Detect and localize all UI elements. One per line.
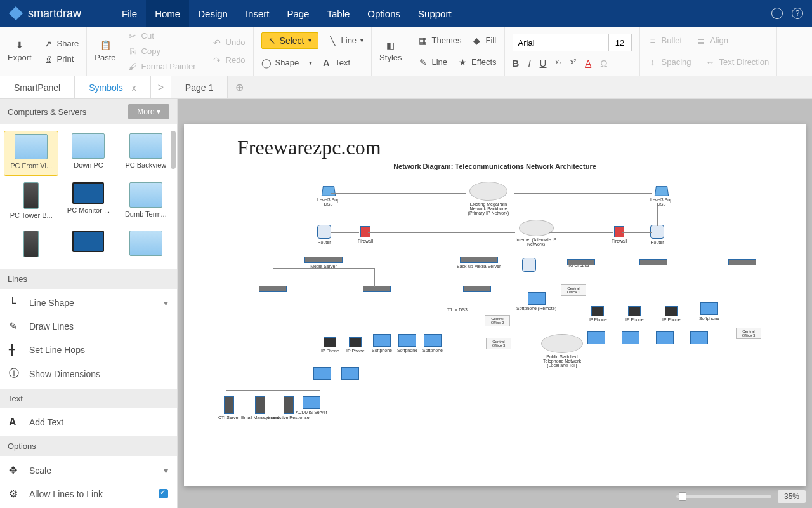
checkbox-checked-icon[interactable]	[159, 489, 168, 498]
more-symbols-button[interactable]: More ▾	[128, 104, 169, 119]
symbols-tab[interactable]: Symbolsx	[75, 76, 151, 98]
node-internet[interactable]: Internet (Alternate IP Network)	[514, 220, 558, 246]
node-cti[interactable]: CTI Server	[218, 396, 240, 420]
node-ipphone[interactable]: IP Phone	[662, 306, 681, 322]
symbol-pc-backview[interactable]: PC Backview	[119, 131, 173, 176]
underline-button[interactable]: U	[540, 58, 547, 69]
node-softphone[interactable]: Softphone	[397, 334, 417, 352]
node-softphone-remote[interactable]: Softphone (Remote)	[516, 292, 556, 311]
node-softphone[interactable]	[622, 331, 639, 345]
menu-table[interactable]: Table	[318, 0, 358, 27]
show-dimensions-item[interactable]: ⓘShow Dimensions	[0, 361, 177, 386]
node-l3pop-right[interactable]: Level3 PopDS3	[650, 185, 672, 206]
node-pstn[interactable]: Public Switched Telephone Network (Local…	[537, 334, 587, 368]
zoom-handle[interactable]	[679, 492, 686, 501]
node-l3pop-left[interactable]: Level3 PopDS3	[317, 185, 339, 206]
node-softphone[interactable]	[313, 367, 331, 381]
menu-support[interactable]: Support	[409, 0, 461, 27]
bullet-button[interactable]: ≡Bullet	[648, 33, 683, 48]
node-softphone[interactable]: Softphone	[422, 334, 443, 352]
font-size-input[interactable]	[608, 34, 631, 51]
node-softphone[interactable]: Softphone	[372, 334, 392, 352]
node-switch[interactable]	[567, 259, 595, 267]
symbol-dumb-term[interactable]: Dumb Term...	[119, 180, 173, 225]
node-switch[interactable]	[639, 259, 667, 267]
export-button[interactable]: ⬇Export	[8, 40, 32, 62]
canvas-paper[interactable]: Freewarezpc.com Network Diagram: Telecom…	[184, 124, 806, 486]
node-acdmis[interactable]: ACDMIS Server	[296, 396, 327, 415]
draw-lines-item[interactable]: ✎Draw Lines	[0, 314, 177, 338]
themes-button[interactable]: ▦Themes	[418, 33, 462, 48]
shape-tool[interactable]: ◯Shape▾	[261, 55, 313, 70]
zoom-value[interactable]: 35%	[778, 490, 806, 503]
print-button[interactable]: 🖨Print	[43, 51, 79, 67]
node-ipphone[interactable]: IP Phone	[589, 306, 607, 322]
symbol-pc-monitor[interactable]: PC Monitor ...	[61, 180, 115, 225]
paste-button[interactable]: 📋Paste	[95, 40, 115, 62]
node-switch[interactable]	[363, 286, 391, 293]
symbol-item[interactable]	[119, 228, 173, 263]
node-router-right[interactable]: Router	[650, 225, 664, 244]
text-direction-button[interactable]: ↔Text Direction	[705, 55, 769, 70]
italic-button[interactable]: I	[528, 58, 530, 69]
line-shape-item[interactable]: └Line Shape▾	[0, 291, 177, 314]
effects-button[interactable]: ★Effects	[457, 55, 497, 70]
node-firewall-left[interactable]: Firewall	[358, 226, 373, 243]
cut-button[interactable]: ✂Cut	[128, 29, 196, 44]
node-media-server[interactable]: Media Server	[304, 257, 343, 269]
close-icon[interactable]: x	[132, 83, 136, 93]
node-backup-media[interactable]: Back-up Media Server	[457, 257, 501, 269]
line-style-button[interactable]: ✎Line	[418, 55, 448, 70]
node-switch[interactable]	[728, 259, 756, 267]
menu-home[interactable]: Home	[146, 0, 189, 27]
node-softphone[interactable]	[341, 367, 359, 381]
node-co3[interactable]: Central Office 3	[486, 338, 511, 351]
menu-page[interactable]: Page	[278, 0, 318, 27]
menu-design[interactable]: Design	[189, 0, 237, 27]
node-backbone[interactable]: Existing MegaPath Network Backbone (Prim…	[463, 182, 514, 215]
superscript-button[interactable]: x²	[570, 58, 576, 69]
symbol-item[interactable]	[61, 228, 115, 263]
subscript-button[interactable]: x₂	[555, 58, 561, 69]
scrollbar-thumb[interactable]	[171, 131, 176, 169]
line-hops-item[interactable]: ╂Set Line Hops	[0, 338, 177, 361]
node-softphone[interactable]	[690, 331, 708, 345]
node-co1[interactable]: Central Office 1	[561, 284, 586, 297]
menu-file[interactable]: File	[113, 0, 146, 27]
bold-button[interactable]: B	[513, 58, 520, 69]
node-softphone[interactable]	[656, 331, 674, 345]
node-softphone[interactable]: Softphone	[699, 302, 719, 321]
node-router-left[interactable]: Router	[317, 225, 331, 244]
smartpanel-tab[interactable]: SmartPanel	[0, 76, 75, 98]
add-text-item[interactable]: AAdd Text	[0, 411, 177, 434]
node-co2[interactable]: Central Office 2	[485, 315, 510, 328]
node-ipphone[interactable]: IP Phone	[625, 306, 644, 322]
omega-button[interactable]: Ω	[600, 58, 607, 69]
globe-icon[interactable]	[771, 8, 783, 19]
node-router-mid[interactable]	[522, 258, 536, 273]
font-name-input[interactable]	[513, 34, 608, 51]
menu-options[interactable]: Options	[358, 0, 409, 27]
menu-insert[interactable]: Insert	[237, 0, 278, 27]
zoom-slider[interactable]	[676, 495, 771, 498]
node-ipphone[interactable]: IP Phone	[346, 337, 365, 353]
share-button[interactable]: ↗Share	[43, 36, 79, 51]
spacing-button[interactable]: ↕Spacing	[648, 55, 691, 70]
tab-arrow[interactable]: >	[151, 76, 171, 98]
format-painter-button[interactable]: 🖌Format Painter	[128, 59, 196, 74]
symbol-pc-front[interactable]: PC Front Vi...	[4, 131, 58, 176]
styles-button[interactable]: ◧Styles	[379, 40, 402, 62]
node-softphone[interactable]	[587, 331, 605, 345]
copy-button[interactable]: ⎘Copy	[128, 44, 196, 59]
node-ipphone[interactable]: IP Phone	[321, 337, 339, 353]
line-tool[interactable]: ╲Line▾	[327, 33, 364, 48]
redo-button[interactable]: ↷Redo	[212, 53, 246, 68]
font-color-button[interactable]: A	[585, 58, 591, 69]
scale-item[interactable]: ✥Scale▾	[0, 458, 177, 482]
text-tool[interactable]: AText	[321, 55, 350, 70]
undo-button[interactable]: ↶Undo	[212, 35, 246, 50]
symbol-pc-tower[interactable]: PC Tower B...	[4, 180, 58, 225]
select-tool[interactable]: ↖Select▾	[261, 32, 318, 49]
add-page-button[interactable]: ⊕	[228, 76, 251, 98]
symbol-down-pc[interactable]: Down PC	[61, 131, 115, 176]
